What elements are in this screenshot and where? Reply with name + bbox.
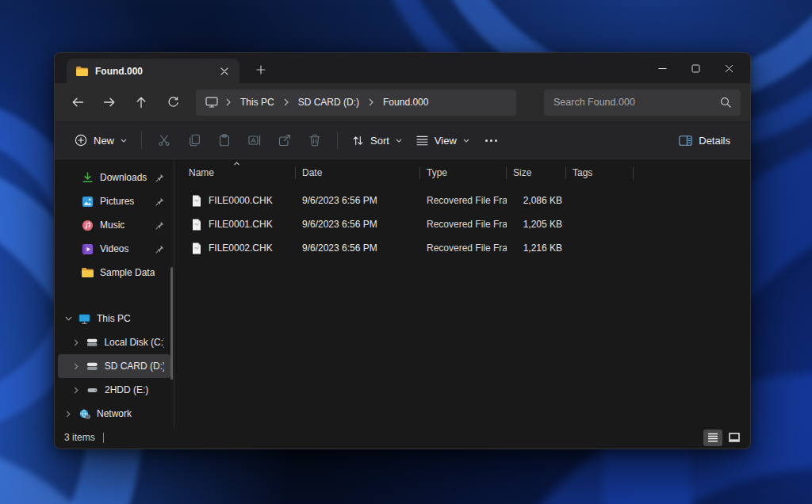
downloads-icon bbox=[82, 172, 94, 183]
sidebar-item-downloads[interactable]: Downloads bbox=[58, 166, 170, 189]
sidebar-item-label: Pictures bbox=[100, 196, 134, 207]
file-date: 9/6/2023 6:56 PM bbox=[296, 242, 420, 254]
wallpaper-ribbon bbox=[0, 444, 143, 504]
maximize-button[interactable] bbox=[679, 55, 712, 82]
tab-close-icon[interactable] bbox=[217, 64, 232, 78]
chevron-right-icon[interactable] bbox=[72, 339, 80, 346]
computer-icon bbox=[79, 314, 90, 324]
breadcrumb-this-pc[interactable]: This PC bbox=[239, 95, 276, 109]
cut-icon bbox=[158, 134, 170, 147]
copy-button[interactable] bbox=[179, 128, 209, 153]
chevron-right-icon[interactable] bbox=[64, 410, 72, 418]
new-tab-button[interactable] bbox=[251, 59, 271, 80]
sidebar-item-2hdd-e[interactable]: 2HDD (E:) bbox=[58, 378, 170, 402]
sidebar-item-local-disk-c[interactable]: Local Disk (C:) bbox=[58, 330, 170, 354]
search-input[interactable] bbox=[553, 97, 714, 108]
new-plus-icon bbox=[75, 134, 87, 147]
pin-icon bbox=[155, 197, 164, 206]
drive-icon bbox=[86, 362, 98, 371]
file-type: Recovered File Fra... bbox=[420, 242, 507, 254]
breadcrumb-sd-card[interactable]: SD CARD (D:) bbox=[297, 95, 361, 109]
view-list-icon bbox=[416, 136, 428, 146]
trash-icon bbox=[308, 134, 321, 147]
search-icon[interactable] bbox=[720, 97, 731, 108]
view-button[interactable]: View bbox=[409, 128, 477, 153]
up-button[interactable] bbox=[128, 90, 155, 115]
sidebar-item-music[interactable]: Music bbox=[58, 213, 170, 237]
drive-icon bbox=[86, 338, 98, 347]
back-button[interactable] bbox=[64, 90, 91, 115]
sidebar-item-label: Music bbox=[100, 220, 124, 231]
new-button[interactable]: New bbox=[67, 128, 134, 153]
explorer-body: Downloads Pictures Music Videos bbox=[55, 159, 750, 428]
sidebar-item-pictures[interactable]: Pictures bbox=[58, 189, 170, 213]
sidebar-item-this-pc[interactable]: This PC bbox=[58, 307, 170, 330]
column-header-size[interactable]: Size bbox=[507, 162, 566, 183]
share-icon bbox=[278, 134, 291, 147]
monitor-icon[interactable] bbox=[205, 97, 218, 108]
sidebar-item-network[interactable]: Network bbox=[58, 402, 170, 426]
sidebar-scrollbar[interactable] bbox=[170, 267, 173, 380]
details-pane-button[interactable]: Details bbox=[672, 128, 737, 153]
refresh-icon bbox=[167, 97, 179, 109]
file-icon bbox=[192, 242, 201, 254]
large-icons-view-icon bbox=[729, 433, 740, 442]
copy-icon bbox=[188, 134, 201, 147]
tab-bar: Found.000 bbox=[55, 53, 750, 83]
folder-icon bbox=[82, 268, 94, 277]
details-pane-icon bbox=[679, 136, 692, 146]
file-row[interactable]: FILE0000.CHK 9/6/2023 6:56 PM Recovered … bbox=[182, 189, 750, 212]
file-date: 9/6/2023 6:56 PM bbox=[296, 219, 420, 230]
column-header-date[interactable]: Date bbox=[296, 162, 420, 183]
file-explorer-window: Found.000 bbox=[54, 52, 751, 449]
command-toolbar: New bbox=[55, 121, 750, 159]
paste-icon bbox=[218, 134, 231, 147]
rename-button[interactable] bbox=[239, 128, 270, 153]
forward-button[interactable] bbox=[96, 90, 123, 115]
file-name: FILE0000.CHK bbox=[209, 195, 273, 206]
file-type: Recovered File Fra... bbox=[420, 219, 507, 230]
window-controls bbox=[645, 53, 745, 83]
file-row[interactable]: FILE0001.CHK 9/6/2023 6:56 PM Recovered … bbox=[182, 212, 750, 236]
arrow-up-icon bbox=[135, 96, 147, 109]
file-icon bbox=[192, 219, 201, 231]
minimize-icon bbox=[658, 64, 667, 73]
sidebar-item-label: Local Disk (C:) bbox=[104, 337, 164, 348]
file-date: 9/6/2023 6:56 PM bbox=[296, 195, 420, 206]
chevron-down-icon[interactable] bbox=[64, 316, 72, 321]
sidebar-item-sd-card-d[interactable]: SD CARD (D:) bbox=[58, 354, 170, 378]
refresh-button[interactable] bbox=[159, 90, 186, 115]
arrow-left-icon bbox=[71, 96, 84, 109]
delete-button[interactable] bbox=[300, 128, 330, 153]
chevron-right-icon bbox=[282, 98, 290, 106]
chevron-down-icon bbox=[121, 139, 127, 143]
chevron-down-icon bbox=[463, 139, 469, 143]
column-header-tags[interactable]: Tags bbox=[566, 162, 634, 183]
share-button[interactable] bbox=[270, 128, 300, 153]
cut-button[interactable] bbox=[149, 128, 179, 153]
sidebar-item-videos[interactable]: Videos bbox=[58, 237, 170, 261]
chevron-right-icon[interactable] bbox=[72, 387, 80, 394]
large-icons-view-button[interactable] bbox=[725, 430, 744, 446]
column-header-name[interactable]: Name bbox=[182, 162, 296, 183]
minimize-button[interactable] bbox=[645, 55, 679, 82]
details-view-button[interactable] bbox=[703, 430, 722, 446]
details-view-icon bbox=[707, 433, 718, 442]
close-button[interactable] bbox=[712, 55, 745, 82]
sidebar-item-sample-data[interactable]: Sample Data bbox=[58, 261, 170, 284]
breadcrumb-found000[interactable]: Found.000 bbox=[381, 95, 430, 109]
sort-button-label: Sort bbox=[370, 135, 389, 147]
breadcrumb: This PC SD CARD (D:) Found.000 bbox=[196, 90, 516, 116]
items-count: 3 items bbox=[64, 432, 95, 443]
more-options-button[interactable] bbox=[477, 128, 507, 153]
file-row[interactable]: FILE0002.CHK 9/6/2023 6:56 PM Recovered … bbox=[182, 236, 750, 260]
sort-button[interactable]: Sort bbox=[345, 128, 409, 153]
file-size: 1,216 KB bbox=[507, 242, 566, 254]
tab-found000[interactable]: Found.000 bbox=[67, 59, 239, 83]
chevron-right-icon[interactable] bbox=[72, 363, 80, 370]
sidebar-item-label: Videos bbox=[100, 243, 128, 254]
paste-button[interactable] bbox=[209, 128, 239, 153]
sidebar-item-label: This PC bbox=[97, 313, 131, 324]
ellipsis-icon bbox=[485, 139, 497, 142]
column-header-type[interactable]: Type bbox=[420, 162, 507, 183]
